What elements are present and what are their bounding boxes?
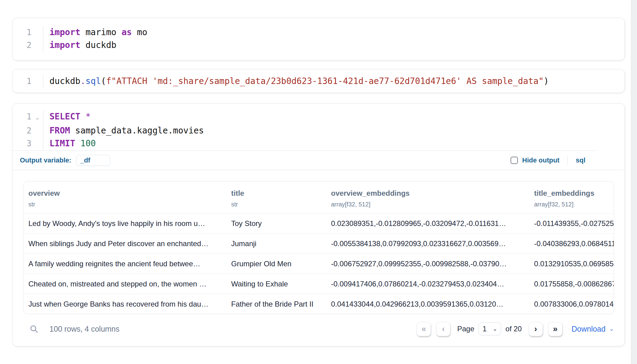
column-header[interactable]: overview_embeddingsarray[f32, 512] bbox=[326, 181, 529, 213]
table-cell: Just when George Banks has recovered fro… bbox=[24, 300, 226, 308]
table-row[interactable]: Cheated on, mistreated and stepped on, t… bbox=[24, 274, 614, 294]
code-text: FROM sample_data.kaggle.movies bbox=[43, 124, 204, 137]
fold-spacer bbox=[31, 26, 43, 39]
previous-page-button[interactable]: ‹ bbox=[436, 322, 450, 336]
search-icon[interactable] bbox=[29, 324, 38, 333]
line-number: 3 bbox=[13, 137, 31, 150]
code-text: LIMIT 100 bbox=[43, 137, 96, 150]
last-page-icon: » bbox=[553, 324, 558, 334]
column-name: title_embeddings bbox=[534, 189, 611, 198]
row-count-summary: 100 rows, 4 columns bbox=[49, 325, 119, 333]
first-page-icon: « bbox=[421, 324, 426, 334]
table-cell: Father of the Bride Part II bbox=[226, 300, 326, 308]
line-number: 2 bbox=[13, 124, 31, 137]
code-text: SELECT * bbox=[43, 110, 91, 124]
column-header[interactable]: overviewstr bbox=[24, 181, 226, 213]
chevron-down-icon: ⌄ bbox=[609, 326, 614, 332]
table-cell: Jumanji bbox=[226, 239, 326, 248]
line-gutter: 3 bbox=[13, 137, 43, 150]
fold-spacer bbox=[31, 137, 43, 150]
page-label: Page bbox=[457, 325, 474, 333]
table-row[interactable]: Led by Woody, Andy's toys live happily i… bbox=[24, 213, 614, 233]
line-gutter: 2 bbox=[13, 124, 43, 137]
table-cell: 0.023089351,-0.012809965,-0.03209472,-0.… bbox=[326, 219, 529, 228]
code-cell-attach: 1duckdb.sql(f"ATTACH 'md:_share/sample_d… bbox=[12, 69, 625, 93]
fold-spacer bbox=[31, 75, 43, 88]
page-scrollbar[interactable] bbox=[631, 0, 637, 364]
line-gutter: 1 bbox=[13, 75, 43, 88]
download-label: Download bbox=[572, 325, 606, 333]
line-number: 1 bbox=[13, 75, 31, 88]
next-page-icon: › bbox=[534, 324, 537, 334]
column-name: overview_embeddings bbox=[331, 189, 526, 198]
table-cell: Cheated on, mistreated and stepped on, t… bbox=[24, 280, 226, 288]
last-page-button[interactable]: » bbox=[548, 322, 562, 336]
chevron-down-icon: ⌄ bbox=[493, 326, 497, 332]
dataframe-table: overviewstrtitlestroverview_embeddingsar… bbox=[23, 181, 614, 314]
column-type: array[f32, 512] bbox=[534, 200, 611, 208]
column-header[interactable]: title_embeddingsarray[f32, 512] bbox=[529, 181, 614, 213]
code-editor[interactable]: 1duckdb.sql(f"ATTACH 'md:_share/sample_d… bbox=[13, 75, 624, 88]
previous-page-icon: ‹ bbox=[442, 324, 445, 334]
table-cell: 0.007833006,0.0978014,0.01182 bbox=[529, 300, 614, 308]
pagination: « ‹ Page 1 ⌄ of 20 › bbox=[417, 322, 614, 336]
next-page-button[interactable]: › bbox=[529, 322, 543, 336]
language-badge[interactable]: sql bbox=[576, 156, 585, 164]
code-line: 1import marimo as mo bbox=[13, 26, 624, 39]
table-cell: A family wedding reignites the ancient f… bbox=[24, 260, 226, 268]
code-editor[interactable]: 1⌄SELECT *2FROM sample_data.kaggle.movie… bbox=[13, 104, 624, 151]
code-line: 2import duckdb bbox=[13, 39, 624, 52]
column-type: array[f32, 512] bbox=[331, 200, 526, 208]
toolbar-separator bbox=[567, 156, 568, 165]
table-cell: Grumpier Old Men bbox=[226, 260, 326, 268]
page-total-label: of 20 bbox=[505, 325, 522, 333]
first-page-button[interactable]: « bbox=[417, 322, 431, 336]
fold-chevron-icon[interactable]: ⌄ bbox=[31, 110, 43, 124]
hide-output-checkbox[interactable] bbox=[511, 157, 518, 164]
page-number-select[interactable]: 1 ⌄ bbox=[479, 322, 501, 335]
marimo-notebook: 1import marimo as mo2import duckdb 1duck… bbox=[0, 0, 637, 364]
output-variable-input[interactable] bbox=[76, 155, 110, 166]
table-row[interactable]: Just when George Banks has recovered fro… bbox=[24, 294, 614, 314]
column-type: str bbox=[28, 200, 223, 208]
code-text: duckdb.sql(f"ATTACH 'md:_share/sample_da… bbox=[43, 75, 549, 88]
table-cell: When siblings Judy and Peter discover an… bbox=[24, 239, 226, 248]
table-cell: Waiting to Exhale bbox=[226, 280, 326, 288]
table-body: Led by Woody, Andy's toys live happily i… bbox=[24, 213, 614, 314]
page-number-value: 1 bbox=[482, 325, 486, 333]
table-cell: -0.040386293,0.0684511,0.0123 bbox=[529, 239, 614, 248]
code-editor[interactable]: 1import marimo as mo2import duckdb bbox=[13, 26, 624, 52]
table-cell: -0.006752927,0.099952355,-0.009982588,-0… bbox=[326, 260, 529, 268]
table-cell: -0.011439355,-0.02752567,0.031 bbox=[529, 219, 614, 228]
code-line: 1⌄SELECT * bbox=[13, 110, 624, 124]
column-type: str bbox=[231, 200, 323, 208]
sql-cell-toolbar: Output variable: Hide output sql bbox=[13, 151, 624, 170]
line-gutter: 1 bbox=[13, 26, 43, 39]
table-cell: 0.0132910535,0.069585,0.00421 bbox=[529, 260, 614, 268]
code-line: 2FROM sample_data.kaggle.movies bbox=[13, 124, 624, 137]
table-cell: -0.009417406,0.07860214,-0.023279453,0.0… bbox=[326, 280, 529, 288]
table-row[interactable]: When siblings Judy and Peter discover an… bbox=[24, 233, 614, 253]
fold-spacer bbox=[31, 39, 43, 52]
table-header-row: overviewstrtitlestroverview_embeddingsar… bbox=[24, 181, 614, 213]
column-header[interactable]: titlestr bbox=[226, 181, 326, 213]
output-variable-label: Output variable: bbox=[20, 156, 71, 164]
column-name: overview bbox=[28, 189, 223, 198]
line-number: 1 bbox=[13, 110, 31, 124]
line-number: 1 bbox=[13, 26, 31, 39]
code-line: 1duckdb.sql(f"ATTACH 'md:_share/sample_d… bbox=[13, 75, 624, 88]
line-number: 2 bbox=[13, 39, 31, 52]
column-name: title bbox=[231, 189, 323, 198]
table-row[interactable]: A family wedding reignites the ancient f… bbox=[24, 253, 614, 274]
download-button[interactable]: Download ⌄ bbox=[572, 325, 614, 333]
table-cell: 0.01755858,-0.00862867,0.0231 bbox=[529, 280, 614, 288]
table-cell: Led by Woody, Andy's toys live happily i… bbox=[24, 219, 226, 228]
output-region: overviewstrtitlestroverview_embeddingsar… bbox=[13, 170, 624, 346]
line-gutter: 2 bbox=[13, 39, 43, 52]
table-cell: 0.041433044,0.042966213,0.0039591365,0.0… bbox=[326, 300, 529, 308]
code-cell-imports: 1import marimo as mo2import duckdb bbox=[12, 18, 625, 60]
code-line: 3LIMIT 100 bbox=[13, 137, 624, 150]
table-cell: Toy Story bbox=[226, 219, 326, 228]
line-gutter: 1⌄ bbox=[13, 110, 43, 124]
code-text: import marimo as mo bbox=[43, 26, 147, 39]
